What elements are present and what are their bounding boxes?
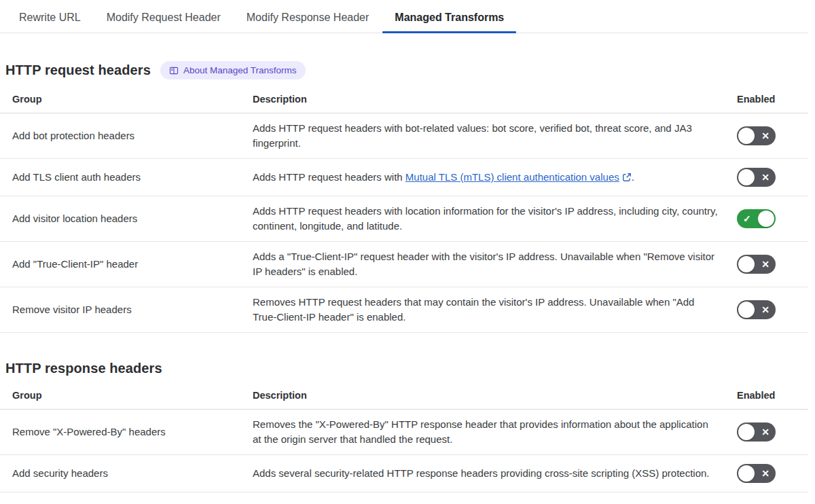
group-cell: Add security headers <box>0 458 253 488</box>
enabled-toggle[interactable]: ✓ ✕ <box>737 168 776 187</box>
group-cell: Add bot protection headers <box>0 121 253 151</box>
enabled-toggle[interactable]: ✓ ✕ <box>737 209 776 228</box>
description-cell: Adds a "True-Client-IP" request header w… <box>253 242 737 287</box>
enabled-toggle[interactable]: ✓ ✕ <box>737 422 776 442</box>
toggle-knob <box>738 465 755 482</box>
response-headers-title: HTTP response headers <box>5 361 162 376</box>
table-row: Add visitor location headers Adds HTTP r… <box>0 196 808 242</box>
tab-bar: Rewrite URLModify Request HeaderModify R… <box>0 0 808 33</box>
x-icon: ✕ <box>761 173 769 182</box>
response-headers-table: Group Description Enabled Remove "X-Powe… <box>0 384 808 492</box>
table-row: Add TLS client auth headers Adds HTTP re… <box>0 159 808 196</box>
group-cell: Remove visitor IP headers <box>0 295 253 325</box>
x-icon: ✕ <box>761 259 769 269</box>
tab-managed-transforms[interactable]: Managed Transforms <box>382 2 516 33</box>
description-cell: Removes HTTP request headers that may co… <box>253 287 737 332</box>
description-cell: Adds several security-related HTTP respo… <box>253 458 737 488</box>
description-cell: Adds HTTP request headers with Mutual TL… <box>253 162 737 192</box>
description-cell: Adds HTTP request headers with location … <box>253 196 737 241</box>
external-link-icon <box>622 173 632 182</box>
column-header-enabled: Enabled <box>737 88 808 113</box>
response-headers-section: HTTP response headers Group Description … <box>0 361 808 492</box>
enabled-toggle[interactable]: ✓ ✕ <box>737 464 776 483</box>
toggle-knob <box>758 211 774 227</box>
table-row: Add "True-Client-IP" header Adds a "True… <box>0 242 808 287</box>
group-cell: Add "True-Client-IP" header <box>0 249 253 279</box>
enabled-toggle[interactable]: ✓ ✕ <box>737 126 776 145</box>
tab-rewrite-url[interactable]: Rewrite URL <box>7 2 93 33</box>
x-icon: ✕ <box>761 305 769 314</box>
mtls-link[interactable]: Mutual TLS (mTLS) client authentication … <box>405 171 619 183</box>
badge-label: About Managed Transforms <box>183 65 297 75</box>
column-header-group: Group <box>0 384 253 409</box>
x-icon: ✕ <box>761 131 769 141</box>
table-header-row: Group Description Enabled <box>0 88 808 113</box>
toggle-knob <box>738 128 755 144</box>
toggle-knob <box>738 424 755 440</box>
x-icon: ✕ <box>761 427 769 437</box>
managed-transforms-page: Rewrite URLModify Request HeaderModify R… <box>0 0 815 504</box>
table-row: Add security headers Adds several securi… <box>0 455 808 492</box>
description-cell: Adds HTTP request headers with bot-relat… <box>253 113 737 158</box>
group-cell: Add TLS client auth headers <box>0 162 253 192</box>
table-row: Remove "X-Powered-By" headers Removes th… <box>0 410 808 455</box>
about-managed-transforms-badge[interactable]: About Managed Transforms <box>160 61 306 79</box>
tab-modify-response-header[interactable]: Modify Response Header <box>234 2 382 33</box>
toggle-knob <box>738 256 755 272</box>
group-cell: Add visitor location headers <box>0 204 253 234</box>
table-row: Add bot protection headers Adds HTTP req… <box>0 113 808 159</box>
group-cell: Remove "X-Powered-By" headers <box>0 417 253 447</box>
description-cell: Removes the "X-Powered-By" HTTP response… <box>253 410 737 454</box>
enabled-toggle[interactable]: ✓ ✕ <box>737 300 776 319</box>
column-header-description: Description <box>253 88 737 113</box>
request-headers-section: HTTP request headers About Managed Trans… <box>0 61 808 333</box>
request-headers-title: HTTP request headers <box>5 62 151 78</box>
enabled-toggle[interactable]: ✓ ✕ <box>737 255 776 274</box>
table-row: Remove visitor IP headers Removes HTTP r… <box>0 287 808 333</box>
x-icon: ✕ <box>761 469 769 478</box>
column-header-enabled: Enabled <box>737 384 808 409</box>
column-header-description: Description <box>253 384 737 409</box>
toggle-knob <box>738 169 755 185</box>
book-icon <box>169 66 179 75</box>
check-icon: ✓ <box>743 214 751 223</box>
column-header-group: Group <box>0 88 253 113</box>
table-header-row: Group Description Enabled <box>0 384 808 410</box>
request-headers-table: Group Description Enabled Add bot protec… <box>0 88 808 333</box>
tab-modify-request-header[interactable]: Modify Request Header <box>94 2 233 33</box>
toggle-knob <box>738 302 755 318</box>
